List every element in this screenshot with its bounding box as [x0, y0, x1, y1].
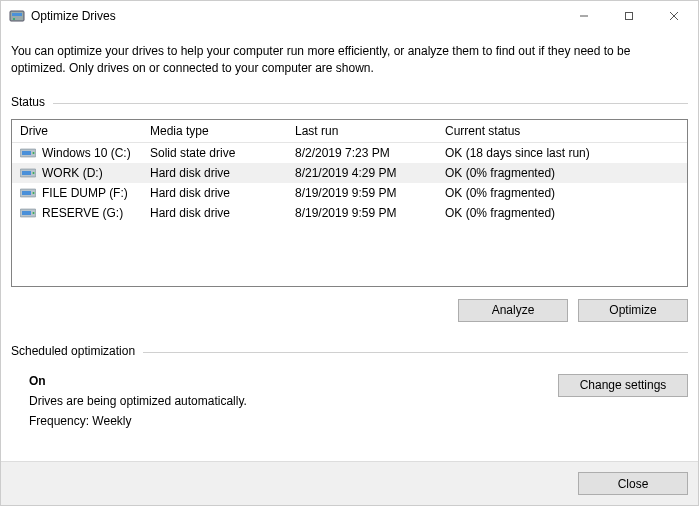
drive-icon: [20, 207, 36, 219]
drive-lastrun: 8/19/2019 9:59 PM: [287, 203, 437, 223]
drive-status: OK (0% fragmented): [437, 163, 687, 183]
table-row[interactable]: WORK (D:)Hard disk drive8/21/2019 4:29 P…: [12, 163, 687, 183]
drive-name: Windows 10 (C:): [42, 146, 131, 160]
svg-rect-8: [22, 151, 31, 155]
drive-status: OK (0% fragmented): [437, 183, 687, 203]
drive-icon: [20, 167, 36, 179]
description-text: You can optimize your drives to help you…: [11, 43, 688, 77]
drive-status: OK (0% fragmented): [437, 203, 687, 223]
drive-icon: [20, 187, 36, 199]
svg-rect-11: [22, 171, 31, 175]
minimize-button[interactable]: [561, 1, 606, 31]
svg-point-15: [33, 192, 35, 194]
svg-rect-17: [22, 211, 31, 215]
svg-point-12: [33, 172, 35, 174]
svg-point-18: [33, 212, 35, 214]
change-settings-button[interactable]: Change settings: [558, 374, 688, 397]
svg-point-9: [33, 152, 35, 154]
svg-rect-1: [12, 13, 22, 16]
optimize-button[interactable]: Optimize: [578, 299, 688, 322]
table-row[interactable]: FILE DUMP (F:)Hard disk drive8/19/2019 9…: [12, 183, 687, 203]
scheduled-state: On: [29, 374, 247, 388]
drive-media: Solid state drive: [142, 142, 287, 163]
drive-icon: [20, 147, 36, 159]
svg-point-2: [13, 18, 15, 20]
drive-name: WORK (D:): [42, 166, 103, 180]
drive-status: OK (18 days since last run): [437, 142, 687, 163]
app-icon: [9, 8, 25, 24]
window-title: Optimize Drives: [31, 9, 116, 23]
drive-name: FILE DUMP (F:): [42, 186, 128, 200]
close-window-button[interactable]: [651, 1, 696, 31]
drive-lastrun: 8/21/2019 4:29 PM: [287, 163, 437, 183]
scheduled-desc: Drives are being optimized automatically…: [29, 394, 247, 408]
col-status[interactable]: Current status: [437, 120, 687, 143]
drive-media: Hard disk drive: [142, 203, 287, 223]
col-drive[interactable]: Drive: [12, 120, 142, 143]
maximize-button[interactable]: [606, 1, 651, 31]
drive-name: RESERVE (G:): [42, 206, 123, 220]
footer: Close: [1, 461, 698, 505]
col-media[interactable]: Media type: [142, 120, 287, 143]
drive-lastrun: 8/19/2019 9:59 PM: [287, 183, 437, 203]
divider: [53, 103, 688, 104]
svg-rect-4: [625, 13, 632, 20]
drive-media: Hard disk drive: [142, 163, 287, 183]
drive-media: Hard disk drive: [142, 183, 287, 203]
col-lastrun[interactable]: Last run: [287, 120, 437, 143]
drive-lastrun: 8/2/2019 7:23 PM: [287, 142, 437, 163]
divider: [143, 352, 688, 353]
scheduled-freq: Frequency: Weekly: [29, 414, 247, 428]
table-row[interactable]: Windows 10 (C:)Solid state drive8/2/2019…: [12, 142, 687, 163]
titlebar: Optimize Drives: [1, 1, 698, 31]
table-row[interactable]: RESERVE (G:)Hard disk drive8/19/2019 9:5…: [12, 203, 687, 223]
status-label: Status: [11, 95, 45, 109]
close-button[interactable]: Close: [578, 472, 688, 495]
drives-table[interactable]: Drive Media type Last run Current status…: [12, 120, 687, 223]
svg-rect-14: [22, 191, 31, 195]
analyze-button[interactable]: Analyze: [458, 299, 568, 322]
scheduled-label: Scheduled optimization: [11, 344, 135, 358]
drives-table-container: Drive Media type Last run Current status…: [11, 119, 688, 287]
